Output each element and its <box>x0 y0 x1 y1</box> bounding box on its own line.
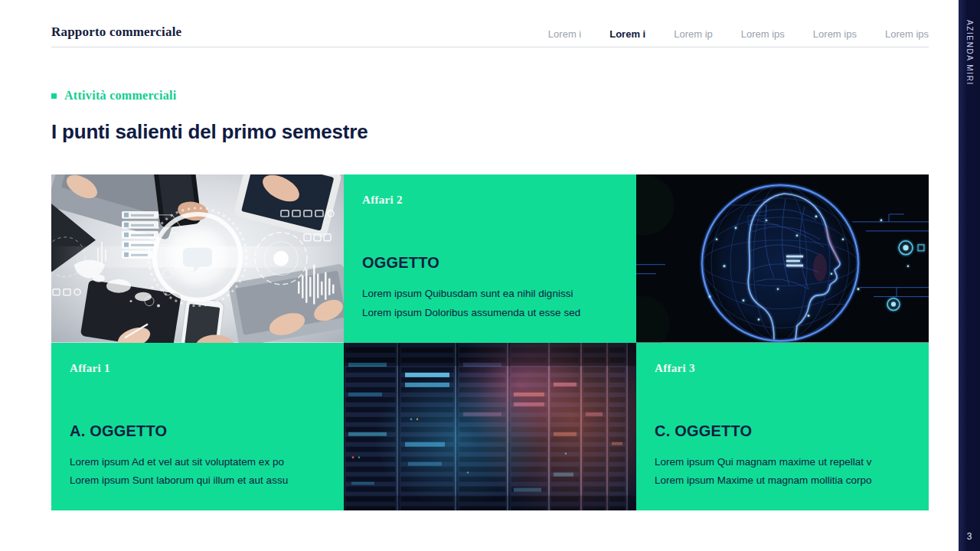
server-room-illustration <box>344 343 636 511</box>
nav-item-3[interactable]: Lorem ip <box>674 28 713 40</box>
affari-2-card: Affari 2 OGGETTO Lorem ipsum Quibusdam s… <box>344 174 636 343</box>
card-text-line: Lorem ipsum Doloribus assumenda ut esse … <box>362 304 618 323</box>
card-tag: Affari 2 <box>362 194 618 207</box>
nav-item-4[interactable]: Lorem ips <box>741 28 785 40</box>
card-text-line: Lorem ipsum Maxime ut magnam mollitia co… <box>655 471 910 491</box>
ai-head-hologram-image <box>636 174 929 343</box>
slide-content: Rapporto commerciale Lorem i Lorem i Lor… <box>51 0 929 510</box>
card-tag: Affari 1 <box>70 362 325 375</box>
ai-head-illustration <box>636 174 929 343</box>
side-rail: AZIENDA MIRI 3 <box>959 0 980 551</box>
company-name-vertical: AZIENDA MIRI <box>965 20 974 86</box>
page-number: 3 <box>967 531 972 542</box>
card-text-line: Lorem ipsum Quibusdam sunt ea nihil dign… <box>362 285 618 304</box>
page-title: I punti salienti del primo semestre <box>51 120 929 144</box>
card-text-line: Lorem ipsum Qui magnam maxime ut repella… <box>655 453 910 472</box>
top-navigation: Lorem i Lorem i Lorem ip Lorem ips Lorem… <box>548 28 929 40</box>
card-title: OGGETTO <box>362 254 618 272</box>
nav-item-1[interactable]: Lorem i <box>548 28 581 40</box>
card-title: A. OGGETTO <box>70 422 325 440</box>
nav-item-6[interactable]: Lorem ips <box>885 28 929 40</box>
square-bullet-icon <box>51 93 57 99</box>
card-title: C. OGGETTO <box>655 422 910 440</box>
teamwork-devices-illustration <box>51 174 344 343</box>
affari-3-card: Affari 3 C. OGGETTO Lorem ipsum Qui magn… <box>636 343 929 511</box>
server-room-image <box>344 343 636 511</box>
nav-item-5[interactable]: Lorem ips <box>813 28 857 40</box>
top-bar: Rapporto commerciale Lorem i Lorem i Lor… <box>51 0 929 47</box>
card-text-line: Lorem ipsum Sunt laborum qui illum et au… <box>70 471 325 491</box>
teamwork-devices-image <box>51 174 344 343</box>
highlights-grid: Affari 2 OGGETTO Lorem ipsum Quibusdam s… <box>51 174 929 510</box>
section-eyebrow-label: Attività commerciali <box>64 89 177 103</box>
section-eyebrow: Attività commerciali <box>51 89 929 103</box>
report-title: Rapporto commerciale <box>51 24 181 40</box>
card-text-line: Lorem ipsum Ad et vel aut sit voluptatem… <box>70 453 325 472</box>
affari-1-card: Affari 1 A. OGGETTO Lorem ipsum Ad et ve… <box>51 343 344 511</box>
nav-item-2[interactable]: Lorem i <box>609 28 645 40</box>
card-tag: Affari 3 <box>655 362 910 375</box>
